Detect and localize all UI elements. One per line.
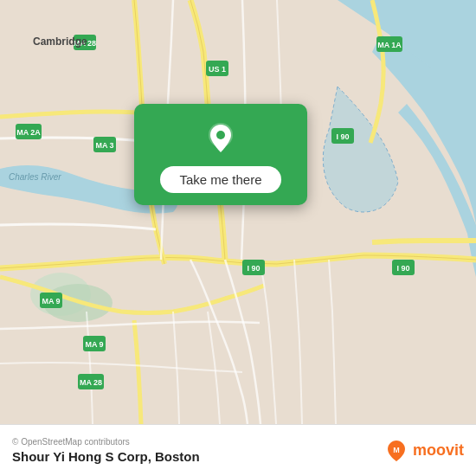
svg-text:MA 28: MA 28 (80, 378, 102, 387)
svg-text:Cambridge: Cambridge (33, 35, 87, 48)
take-me-there-button[interactable]: Take me there (160, 166, 280, 193)
map-svg: MA 28 US 1 MA 1A MA 2A MA 3 I 90 I 90 I … (0, 0, 476, 424)
svg-text:M: M (393, 446, 400, 454)
svg-point-28 (216, 131, 225, 139)
moovit-brand-text: moovit (413, 441, 464, 460)
svg-text:I 90: I 90 (336, 132, 349, 141)
svg-text:MA 3: MA 3 (95, 141, 113, 150)
svg-text:MA 2A: MA 2A (16, 128, 41, 137)
svg-text:MA 1A: MA 1A (377, 41, 402, 49)
bottom-bar: © OpenStreetMap contributors Shour Yi Ho… (0, 424, 476, 476)
svg-text:MA 9: MA 9 (85, 340, 103, 349)
svg-text:MA 9: MA 9 (42, 297, 60, 306)
moovit-pin-icon: M (384, 439, 408, 463)
take-me-there-card: Take me there (134, 104, 307, 205)
bottom-left-info: © OpenStreetMap contributors Shour Yi Ho… (12, 437, 200, 464)
svg-text:I 90: I 90 (396, 264, 409, 273)
map-container: MA 28 US 1 MA 1A MA 2A MA 3 I 90 I 90 I … (0, 0, 476, 424)
location-name: Shour Yi Hong S Corp, Boston (12, 449, 200, 464)
moovit-logo: M moovit (384, 439, 464, 463)
copyright-text: © OpenStreetMap contributors (12, 437, 200, 447)
svg-text:I 90: I 90 (247, 264, 260, 273)
svg-text:US 1: US 1 (209, 65, 226, 74)
location-pin-icon (202, 119, 240, 158)
svg-text:Charles River: Charles River (9, 172, 61, 182)
